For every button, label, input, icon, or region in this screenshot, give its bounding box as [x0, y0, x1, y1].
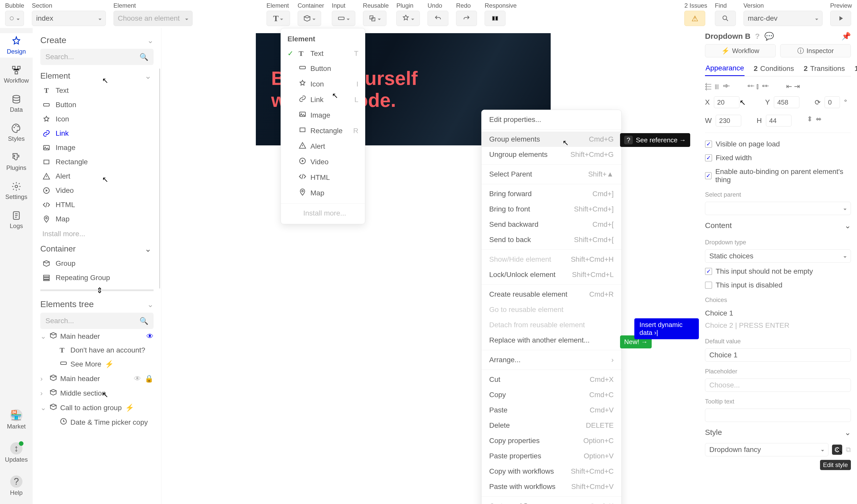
- content-header[interactable]: Content⌄: [705, 219, 851, 233]
- help-q-icon[interactable]: ?: [755, 32, 760, 40]
- ctx-copy-properties[interactable]: Copy propertiesOption+C: [482, 433, 621, 448]
- style-header[interactable]: Style⌄: [705, 425, 851, 439]
- bubble-menu[interactable]: [5, 11, 24, 26]
- rot-input[interactable]: [825, 97, 840, 108]
- dm-alert[interactable]: Alert: [281, 138, 365, 154]
- ctx-lock-unlock-element[interactable]: Lock/Unlock elementShift+Cmd+L: [482, 267, 621, 282]
- flip-v-icon[interactable]: ⬌: [816, 115, 822, 127]
- comment-icon[interactable]: 💬: [764, 32, 774, 40]
- tree-call-to-action-group[interactable]: ⌄Call to action group⚡: [40, 401, 154, 415]
- nav-design[interactable]: Design: [0, 33, 33, 58]
- workflow-button[interactable]: ⚡Workflow: [705, 44, 776, 57]
- ctx-replace-with-another-element-[interactable]: Replace with another element...: [482, 333, 621, 348]
- ctx-paste[interactable]: PasteCmd+V: [482, 403, 621, 418]
- element-link[interactable]: Link: [40, 126, 152, 140]
- y-input[interactable]: [774, 97, 799, 108]
- tree-header[interactable]: Elements tree: [40, 296, 154, 313]
- choice-2[interactable]: Choice 2 | PRESS ENTER: [705, 319, 851, 332]
- dropdown-type[interactable]: Static choices: [705, 250, 851, 263]
- container-group-header[interactable]: Container⌄: [40, 241, 152, 256]
- element-rectangle[interactable]: Rectangle: [40, 155, 152, 169]
- ctx-bring-to-front[interactable]: Bring to frontShift+Cmd+]: [482, 201, 621, 217]
- dup-style-icon[interactable]: ⧉: [846, 446, 851, 454]
- ctx-bring-forward[interactable]: Bring forwardCmd+]: [482, 186, 621, 201]
- ctx-cut[interactable]: CutCmd+X: [482, 372, 621, 387]
- element-icon[interactable]: Icon: [40, 112, 152, 126]
- ctx-send-backward[interactable]: Send backwardCmd+[: [482, 217, 621, 232]
- ctx-copy[interactable]: CopyCmd+C: [482, 387, 621, 403]
- dm-html[interactable]: HTML: [281, 170, 365, 185]
- inspector-button[interactable]: ⓘInspector: [780, 44, 851, 57]
- w-input[interactable]: [716, 115, 741, 127]
- element-html[interactable]: HTML: [40, 198, 152, 212]
- pin-icon[interactable]: 📌: [841, 32, 851, 40]
- redo-button[interactable]: [456, 11, 477, 26]
- select-parent[interactable]: [705, 202, 851, 215]
- dm-icon[interactable]: IconI: [281, 76, 365, 92]
- insert-dynamic-data[interactable]: Insert dynamic data ›|: [634, 318, 699, 339]
- chk-disabled[interactable]: This input is disabled: [705, 280, 851, 290]
- dm-video[interactable]: Video: [281, 154, 365, 170]
- undo-button[interactable]: [427, 11, 448, 26]
- dm-text[interactable]: ✓TTextT: [281, 46, 365, 61]
- tool-container[interactable]: [298, 11, 321, 26]
- container-repeating-group[interactable]: Repeating Group: [40, 271, 152, 285]
- x-input[interactable]: [714, 97, 739, 108]
- see-reference-tip[interactable]: ?See reference →: [620, 133, 690, 147]
- tool-reusable[interactable]: [363, 11, 386, 26]
- ctx-select-parent[interactable]: Select ParentShift+▲: [482, 167, 621, 182]
- tab-appearance[interactable]: Appearance: [705, 61, 744, 76]
- tree-middle-section[interactable]: ›Middle section: [40, 386, 154, 401]
- ctx-edit-properties-[interactable]: Edit properties...: [482, 112, 621, 127]
- tree-don-t-have-an-account-[interactable]: TDon't have an account?: [40, 343, 154, 357]
- ctx-create-reusable-element[interactable]: Create reusable elementCmd+R: [482, 287, 621, 302]
- nav-plugins[interactable]: Plugins: [0, 150, 33, 174]
- create-header[interactable]: Create: [40, 32, 154, 49]
- ctx-arrange-[interactable]: Arrange...›: [482, 352, 621, 368]
- dm-link[interactable]: LinkL: [281, 92, 365, 107]
- nav-updates[interactable]: ↕Updates: [5, 440, 28, 466]
- find-button[interactable]: [715, 11, 736, 26]
- element-button[interactable]: Button: [40, 98, 152, 112]
- container-group[interactable]: Group: [40, 256, 152, 271]
- tree-main-header[interactable]: ›Main header👁🔒: [40, 371, 154, 386]
- tree-main-header[interactable]: ⌄Main header👁: [40, 329, 154, 343]
- flip-h-icon[interactable]: ⬍: [807, 115, 813, 127]
- element-group-header[interactable]: Element⌄: [40, 69, 152, 83]
- tree-date-time-picker-copy[interactable]: Date & Time picker copy: [40, 415, 154, 430]
- style-select[interactable]: Dropdown fancy: [705, 443, 828, 456]
- h-input[interactable]: [766, 115, 791, 127]
- panel-divider[interactable]: ⇕: [40, 289, 154, 291]
- chk-fixed-width[interactable]: ✓Fixed width: [705, 153, 851, 163]
- chk-autobind[interactable]: ✓Enable auto-binding on parent element's…: [705, 167, 851, 185]
- section-select[interactable]: index: [32, 11, 106, 26]
- issues-button[interactable]: ⚠: [684, 11, 705, 26]
- dm-image[interactable]: Image: [281, 107, 365, 123]
- preview-button[interactable]: [830, 11, 851, 26]
- eye-icon[interactable]: 👁: [134, 374, 141, 383]
- responsive-button[interactable]: [485, 11, 505, 26]
- element-select[interactable]: Choose an element: [114, 11, 192, 26]
- ctx-paste-with-workflows[interactable]: Paste with workflowsShift+Cmd+V: [482, 479, 621, 494]
- element-map[interactable]: Map: [40, 212, 152, 226]
- tree-search[interactable]: Search...🔍: [40, 313, 154, 329]
- nav-data[interactable]: Data: [0, 91, 33, 116]
- element-video[interactable]: Video: [40, 183, 152, 198]
- element-alert[interactable]: Alert: [40, 169, 152, 183]
- element-image[interactable]: Image: [40, 140, 152, 155]
- dm-rectangle[interactable]: RectangleR: [281, 123, 365, 138]
- nav-market[interactable]: 🏪Market: [5, 407, 28, 433]
- ctx-paste-properties[interactable]: Paste propertiesOption+V: [482, 448, 621, 464]
- choice-1[interactable]: Choice 1: [705, 307, 851, 319]
- dm-map[interactable]: Map: [281, 185, 365, 201]
- dm-button[interactable]: Button: [281, 61, 365, 76]
- default-value[interactable]: Choice 1: [705, 348, 851, 362]
- ctx-ungroup-elements[interactable]: Ungroup elementsShift+Cmd+G: [482, 147, 621, 162]
- placeholder-input[interactable]: Choose...: [705, 379, 851, 392]
- chk-not-empty[interactable]: ✓This input should not be empty: [705, 266, 851, 276]
- align-controls[interactable]: ⬱ ⫼ ⬲⬴ ⫿ ⬵⇤ ⇥: [705, 80, 851, 93]
- nav-logs[interactable]: Logs: [0, 207, 33, 232]
- tool-element[interactable]: T: [267, 11, 290, 26]
- ctx-group-elements[interactable]: Group elementsCmd+G: [482, 132, 621, 147]
- nav-workflow[interactable]: Workflow: [0, 62, 33, 87]
